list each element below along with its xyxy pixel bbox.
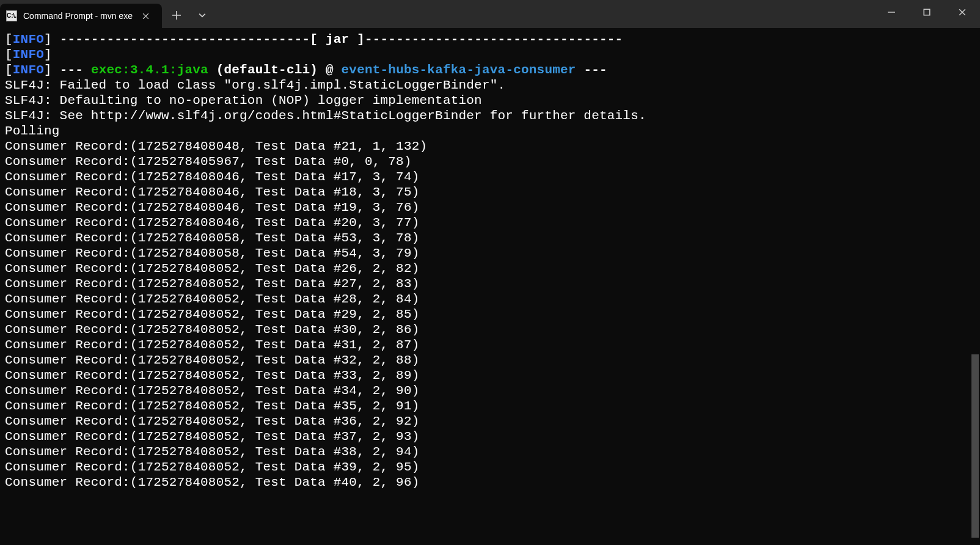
consumer-record-line: Consumer Record:(1725278408052, Test Dat…: [5, 322, 975, 337]
close-icon: [959, 9, 966, 16]
close-icon: [142, 13, 149, 20]
consumer-record-line: Consumer Record:(1725278408052, Test Dat…: [5, 337, 975, 353]
titlebar-spacer: [214, 0, 874, 28]
consumer-record-line: Consumer Record:(1725278408052, Test Dat…: [5, 276, 975, 291]
terminal-tab[interactable]: C:\. Command Prompt - mvn exe: [0, 4, 162, 28]
svg-rect-0: [924, 9, 930, 15]
minimize-icon: [888, 9, 895, 16]
consumer-record-line: Consumer Record:(1725278408052, Test Dat…: [5, 414, 975, 429]
terminal-output[interactable]: [INFO] --------------------------------[…: [0, 28, 980, 490]
scrollbar-thumb[interactable]: [971, 354, 979, 538]
consumer-record-line: Consumer Record:(1725278408052, Test Dat…: [5, 429, 975, 444]
tab-title: Command Prompt - mvn exe: [23, 11, 133, 21]
log-line: [INFO] --- exec:3.4.1:java (default-cli)…: [5, 62, 975, 78]
window-controls: [874, 0, 980, 28]
consumer-record-line: Consumer Record:(1725278408058, Test Dat…: [5, 246, 975, 261]
consumer-record-line: Consumer Record:(1725278408052, Test Dat…: [5, 291, 975, 307]
tab-actions: [164, 0, 214, 28]
consumer-record-line: Consumer Record:(1725278408046, Test Dat…: [5, 185, 975, 200]
consumer-record-line: Consumer Record:(1725278408052, Test Dat…: [5, 475, 975, 490]
chevron-down-icon: [199, 12, 206, 19]
consumer-record-line: Consumer Record:(1725278408046, Test Dat…: [5, 200, 975, 215]
log-line: SLF4J: Failed to load class "org.slf4j.i…: [5, 78, 975, 93]
consumer-record-line: Consumer Record:(1725278408052, Test Dat…: [5, 368, 975, 383]
log-line: SLF4J: See http://www.slf4j.org/codes.ht…: [5, 108, 975, 123]
consumer-record-line: Consumer Record:(1725278405967, Test Dat…: [5, 154, 975, 169]
consumer-record-line: Consumer Record:(1725278408052, Test Dat…: [5, 459, 975, 475]
consumer-record-line: Consumer Record:(1725278408046, Test Dat…: [5, 215, 975, 230]
consumer-record-line: Consumer Record:(1725278408048, Test Dat…: [5, 139, 975, 154]
log-line: [INFO]: [5, 47, 975, 62]
consumer-record-line: Consumer Record:(1725278408052, Test Dat…: [5, 444, 975, 459]
consumer-record-line: Consumer Record:(1725278408052, Test Dat…: [5, 383, 975, 398]
consumer-record-line: Consumer Record:(1725278408052, Test Dat…: [5, 353, 975, 368]
titlebar: C:\. Command Prompt - mvn exe: [0, 0, 980, 28]
consumer-record-line: Consumer Record:(1725278408046, Test Dat…: [5, 169, 975, 185]
consumer-record-line: Consumer Record:(1725278408052, Test Dat…: [5, 261, 975, 276]
cmd-icon: C:\.: [6, 10, 17, 21]
consumer-record-line: Consumer Record:(1725278408052, Test Dat…: [5, 398, 975, 414]
consumer-record-line: Consumer Record:(1725278408058, Test Dat…: [5, 230, 975, 246]
maximize-icon: [923, 9, 931, 16]
tab-close-button[interactable]: [139, 9, 153, 23]
plus-icon: [172, 11, 181, 20]
window-close-button[interactable]: [945, 0, 980, 24]
log-line: Polling: [5, 123, 975, 139]
tab-dropdown-button[interactable]: [190, 3, 214, 27]
log-line: SLF4J: Defaulting to no-operation (NOP) …: [5, 93, 975, 108]
maximize-button[interactable]: [909, 0, 945, 24]
consumer-record-line: Consumer Record:(1725278408052, Test Dat…: [5, 307, 975, 322]
log-line: [INFO] --------------------------------[…: [5, 32, 975, 47]
minimize-button[interactable]: [874, 0, 909, 24]
new-tab-button[interactable]: [164, 3, 189, 27]
